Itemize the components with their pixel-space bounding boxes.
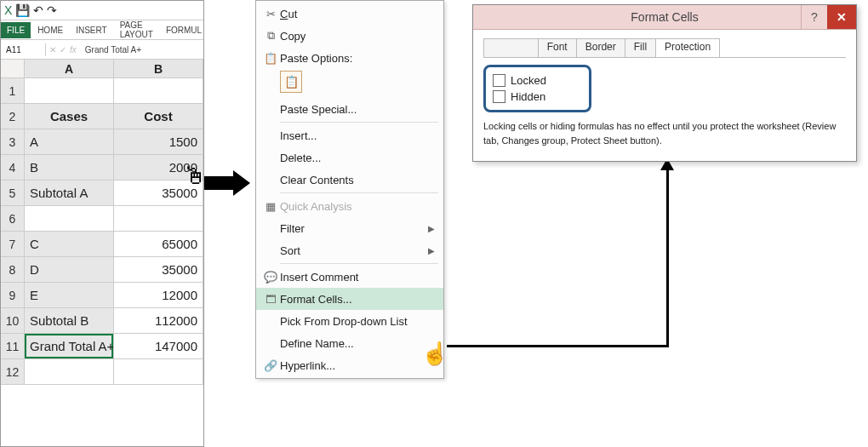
- clipboard-icon: 📋: [261, 52, 280, 65]
- cell[interactable]: [25, 359, 114, 385]
- excel-window: X 💾 ↶ ↷ FILE HOME INSERT PAGE LAYOUT FOR…: [0, 0, 204, 447]
- row-header[interactable]: 4: [1, 155, 25, 181]
- dialog-tabs: Number Font Border Fill Protection: [483, 38, 846, 58]
- cell[interactable]: 112000: [114, 308, 203, 334]
- ctx-quick-analysis: ▦ Quick Analysis: [256, 195, 443, 217]
- formula-text[interactable]: Grand Total A+: [80, 45, 141, 54]
- dialog-titlebar: Format Cells ? ✕: [473, 5, 856, 30]
- ctx-filter[interactable]: Filter ▶: [256, 217, 443, 239]
- row-header[interactable]: 2: [1, 104, 25, 129]
- row-header[interactable]: 9: [1, 283, 25, 308]
- ctx-sort[interactable]: Sort ▶: [256, 239, 443, 261]
- protection-highlight: Locked Hidden: [483, 65, 591, 112]
- col-header-a[interactable]: A: [25, 60, 114, 78]
- ctx-insert-comment[interactable]: 💬 Insert Comment: [256, 266, 443, 288]
- cell[interactable]: [25, 78, 114, 104]
- cell[interactable]: D: [25, 257, 114, 283]
- scissors-icon: ✂: [261, 8, 280, 20]
- ctx-paste-options-label: 📋 Paste Options:: [256, 47, 443, 69]
- right-click-cursor-icon: 🖱: [183, 162, 207, 190]
- help-button[interactable]: ?: [801, 5, 827, 29]
- tab-formulas[interactable]: FORMUL: [160, 22, 208, 38]
- cell-header[interactable]: Cases: [25, 104, 114, 129]
- hyperlink-icon: 🔗: [261, 359, 280, 372]
- locked-checkbox[interactable]: [493, 74, 505, 87]
- paste-icon[interactable]: 📋: [280, 71, 302, 93]
- redo-icon[interactable]: ↷: [47, 3, 57, 17]
- cell[interactable]: B: [25, 155, 114, 181]
- cell[interactable]: A: [25, 129, 114, 155]
- tab-file[interactable]: FILE: [1, 22, 31, 38]
- ctx-insert[interactable]: Insert...: [256, 124, 443, 146]
- tab-protection[interactable]: Protection: [655, 38, 720, 57]
- row-header[interactable]: 10: [1, 308, 25, 334]
- ctx-clear-contents[interactable]: Clear Contents: [256, 169, 443, 191]
- cell-header[interactable]: Cost: [114, 104, 203, 129]
- cell[interactable]: 1500: [114, 129, 203, 155]
- submenu-arrow-icon: ▶: [428, 224, 435, 233]
- cell-active[interactable]: Grand Total A+B: [25, 334, 114, 359]
- tab-insert[interactable]: INSERT: [70, 22, 113, 38]
- formula-bar: A11 ✕ ✓ fx Grand Total A+: [1, 39, 203, 60]
- cell[interactable]: 35000: [114, 257, 203, 283]
- dialog-title: Format Cells: [631, 10, 698, 24]
- cell[interactable]: [114, 206, 203, 232]
- row-header[interactable]: 12: [1, 359, 25, 385]
- select-all-corner[interactable]: [1, 60, 25, 78]
- hidden-label: Hidden: [511, 90, 545, 103]
- title-bar: X 💾 ↶ ↷: [1, 1, 203, 20]
- row-header[interactable]: 3: [1, 129, 25, 155]
- ctx-paste-special[interactable]: Paste Special...: [256, 98, 443, 120]
- flow-arrow-1: [204, 170, 255, 196]
- paste-options-row: 📋: [256, 69, 443, 98]
- tab-hidden[interactable]: Number: [483, 38, 539, 57]
- row-header[interactable]: 6: [1, 206, 25, 232]
- cell[interactable]: 12000: [114, 283, 203, 308]
- row-header[interactable]: 7: [1, 232, 25, 257]
- row-header[interactable]: 1: [1, 78, 25, 104]
- enter-icon[interactable]: ✓: [60, 45, 66, 54]
- tab-border[interactable]: Border: [576, 38, 625, 57]
- cell[interactable]: E: [25, 283, 114, 308]
- cell[interactable]: Subtotal A: [25, 181, 114, 206]
- ctx-cut[interactable]: ✂ Cut: [256, 3, 443, 25]
- cell[interactable]: [114, 359, 203, 385]
- tab-home[interactable]: HOME: [31, 22, 69, 38]
- row-header[interactable]: 8: [1, 257, 25, 283]
- ribbon-tabs: FILE HOME INSERT PAGE LAYOUT FORMUL: [1, 20, 203, 39]
- tab-font[interactable]: Font: [538, 38, 577, 57]
- cell[interactable]: 147000: [114, 334, 203, 359]
- ctx-format-cells[interactable]: 🗔 Format Cells...: [256, 288, 443, 310]
- row-header[interactable]: 11: [1, 334, 25, 359]
- undo-icon[interactable]: ↶: [33, 3, 43, 17]
- cell[interactable]: Subtotal B: [25, 308, 114, 334]
- cell[interactable]: [114, 78, 203, 104]
- submenu-arrow-icon: ▶: [428, 246, 435, 255]
- tab-fill[interactable]: Fill: [625, 38, 656, 57]
- sheet-grid: A B 1 2 Cases Cost 3 A 1500 4 B 2000 5 S…: [1, 60, 203, 385]
- name-box[interactable]: A11: [1, 43, 46, 56]
- ctx-delete[interactable]: Delete...: [256, 146, 443, 169]
- cancel-icon[interactable]: ✕: [49, 45, 56, 54]
- ctx-copy[interactable]: ⧉ Copy: [256, 25, 443, 47]
- ctx-pick-dropdown[interactable]: Pick From Drop-down List: [256, 310, 443, 332]
- ctx-define-name[interactable]: Define Name...: [256, 332, 443, 354]
- cell[interactable]: C: [25, 232, 114, 257]
- pointer-cursor-icon: ☝: [421, 341, 448, 367]
- cell[interactable]: [25, 206, 114, 232]
- format-cells-icon: 🗔: [261, 293, 280, 306]
- tab-pagelayout[interactable]: PAGE LAYOUT: [114, 17, 159, 43]
- cell[interactable]: 65000: [114, 232, 203, 257]
- format-cells-dialog: Format Cells ? ✕ Number Font Border Fill…: [472, 4, 857, 162]
- close-button[interactable]: ✕: [827, 5, 856, 29]
- ctx-hyperlink[interactable]: 🔗 Hyperlink...: [256, 354, 443, 376]
- hidden-checkbox[interactable]: [493, 90, 505, 103]
- protection-info-text: Locking cells or hiding formulas has no …: [483, 119, 846, 147]
- fx-icon[interactable]: fx: [70, 45, 77, 54]
- comment-icon: 💬: [261, 271, 280, 284]
- save-icon[interactable]: 💾: [15, 3, 30, 17]
- quick-analysis-icon: ▦: [261, 200, 280, 213]
- col-header-b[interactable]: B: [114, 60, 203, 78]
- context-menu: ✂ Cut ⧉ Copy 📋 Paste Options: 📋 Paste Sp…: [255, 0, 444, 379]
- row-header[interactable]: 5: [1, 181, 25, 206]
